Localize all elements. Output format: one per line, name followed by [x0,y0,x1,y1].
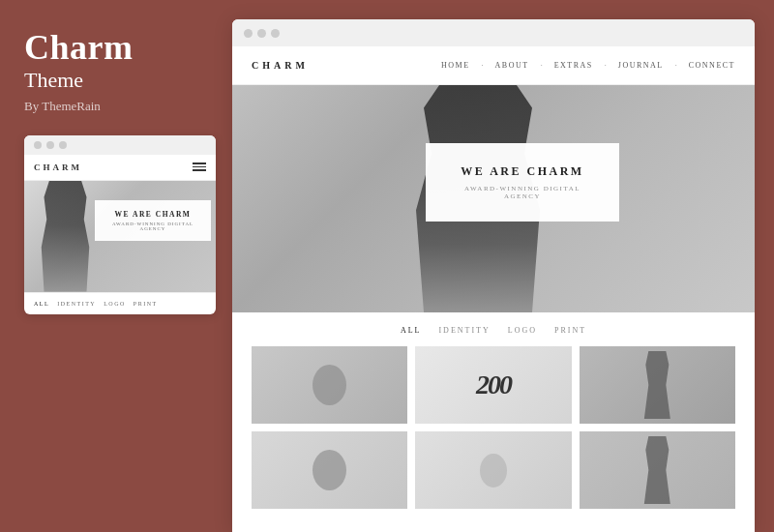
portfolio-item-5[interactable] [415,431,571,509]
desktop-hero: WE ARE CHARM AWARD-WINNING DIGITAL AGENC… [232,85,755,312]
titlebar-dot-1 [34,141,42,149]
portfolio-item-2[interactable]: 200 [415,346,571,424]
portfolio-filter-bar: ALL IDENTITY LOGO PRINT [252,326,735,335]
mobile-filter-all[interactable]: ALL [34,301,49,307]
desktop-dot-3 [271,29,280,38]
hamburger-icon [193,163,206,171]
portfolio-face-1 [252,346,407,424]
nav-link-connect[interactable]: CONNECT [689,61,735,70]
figure-small-2-icon [642,436,671,504]
nav-separator-1: · [482,61,484,70]
mobile-filter-logo[interactable]: LOGO [104,301,126,307]
portfolio-face-5 [415,431,571,509]
portfolio-grid: 200 [252,346,735,509]
portfolio-item-3[interactable] [580,346,735,424]
desktop-hero-text-box: WE ARE CHARM AWARD-WINNING DIGITAL AGENC… [426,143,619,222]
nav-link-about[interactable]: ABOUT [495,61,529,70]
portfolio-item-6[interactable] [580,431,735,509]
mobile-logo: CHARM [34,163,82,172]
mobile-filter-identity[interactable]: IDENTITY [57,301,96,307]
portfolio-face-3 [580,346,735,424]
desktop-nav-links: HOME · ABOUT · EXTRAS · JOURNAL · CONNEC… [441,61,735,70]
nav-separator-2: · [541,61,543,70]
portfolio-face-2: 200 [415,346,571,424]
mobile-hero-heading: WE ARE CHARM [106,210,199,219]
portfolio-face-4 [252,431,407,509]
nav-link-journal[interactable]: JOURNAL [618,61,664,70]
desktop-dot-1 [244,29,253,38]
portfolio-filter-all[interactable]: ALL [401,326,422,335]
left-panel: Charm Theme By ThemeRain CHARM WE ARE CH… [0,0,232,532]
figure-silhouette-icon [39,181,92,292]
portfolio-filter-print[interactable]: PRINT [554,326,586,335]
desktop-preview-card: CHARM HOME · ABOUT · EXTRAS · JOURNAL · … [232,19,755,532]
figure-small-icon [642,351,671,419]
desktop-hero-heading: WE ARE CHARM [453,164,592,179]
mobile-nav: CHARM [24,155,216,181]
portfolio-number: 200 [476,369,511,400]
desktop-nav: CHARM HOME · ABOUT · EXTRAS · JOURNAL · … [232,46,755,85]
face-circle-2-icon [313,450,346,490]
desktop-logo: CHARM [252,60,309,71]
titlebar-dot-2 [46,141,54,149]
portfolio-section: ALL IDENTITY LOGO PRINT 200 [232,312,755,532]
mobile-hero-text-box: WE ARE CHARM AWARD-WINNING DIGITAL AGENC… [95,200,211,241]
face-circle-icon [313,365,346,405]
mobile-filter-print[interactable]: PRINT [134,301,158,307]
nav-link-home[interactable]: HOME [441,61,470,70]
nav-link-extras[interactable]: EXTRAS [554,61,593,70]
nav-separator-3: · [605,61,607,70]
theme-title: Charm [24,29,208,68]
face-circle-3-icon [480,454,507,488]
mobile-filter-bar: ALL IDENTITY LOGO PRINT [24,292,216,314]
mobile-hero: WE ARE CHARM AWARD-WINNING DIGITAL AGENC… [24,181,216,292]
mobile-hero-subheading: AWARD-WINNING DIGITAL AGENCY [106,222,199,231]
portfolio-item-4[interactable] [252,431,407,509]
desktop-hero-subheading: AWARD-WINNING DIGITAL AGENCY [453,185,592,200]
portfolio-item-1[interactable] [252,346,407,424]
nav-separator-4: · [675,61,677,70]
portfolio-filter-identity[interactable]: IDENTITY [438,326,490,335]
theme-author: By ThemeRain [24,99,208,114]
portfolio-filter-logo[interactable]: LOGO [508,326,537,335]
desktop-titlebar [232,19,755,46]
mobile-titlebar [24,135,216,155]
titlebar-dot-3 [59,141,67,149]
desktop-dot-2 [257,29,266,38]
portfolio-face-6 [580,431,735,509]
theme-subtitle: Theme [24,68,208,93]
mobile-preview-card: CHARM WE ARE CHARM AWARD-WINNING DIGITAL… [24,135,216,314]
